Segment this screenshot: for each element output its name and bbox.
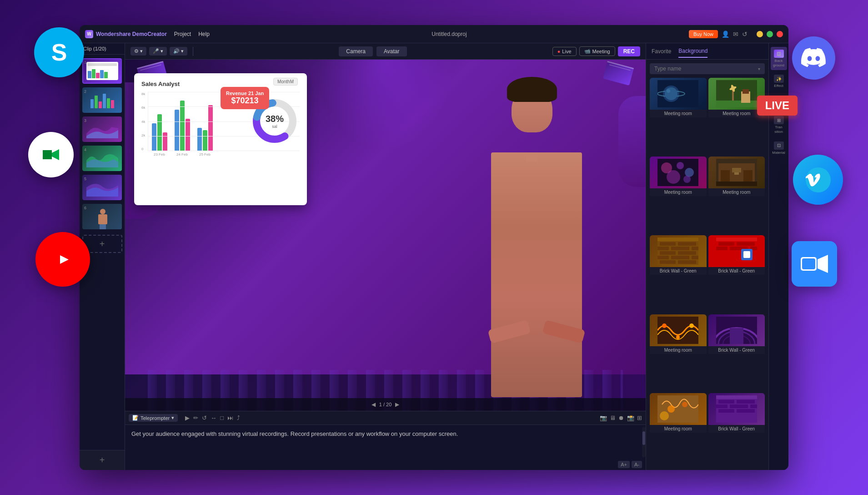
skype-icon: S <box>34 27 84 77</box>
bg-label-7: Meeting room <box>650 346 707 354</box>
meeting-button[interactable]: 📹 Meeting <box>579 46 615 56</box>
bg-item-5[interactable]: Brick Wall - Green <box>650 235 707 312</box>
text-decrease-button[interactable]: A- <box>632 461 642 468</box>
bg-item-4[interactable]: Meeting room <box>708 157 765 233</box>
forward-icon[interactable]: ⏭ <box>227 414 233 421</box>
speaker-button[interactable]: 🔊 ▾ <box>170 47 187 56</box>
user-icon[interactable]: 👤 <box>722 30 729 38</box>
clip-thumb-5 <box>82 175 122 200</box>
mic-button[interactable]: 🎤 ▾ <box>149 47 167 56</box>
svg-rect-51 <box>660 260 676 264</box>
svg-rect-81 <box>730 404 748 408</box>
svg-point-30 <box>667 170 680 184</box>
tab-favorite[interactable]: Favorite <box>652 45 671 57</box>
square-icon[interactable]: □ <box>220 414 224 421</box>
monitor-icon[interactable]: 🖥 <box>610 414 616 421</box>
svg-rect-80 <box>716 404 728 408</box>
teleprompter-content: Get your audience engaged with stunning … <box>125 425 642 459</box>
settings-button[interactable]: ⚙ ▾ <box>130 47 146 56</box>
bg-label-10: Brick Wall - Green <box>708 425 765 433</box>
teleprompter-label[interactable]: 📝 Teleprompter ▾ <box>129 414 178 422</box>
text-increase-button[interactable]: A+ <box>618 461 630 468</box>
search-input[interactable] <box>654 66 755 72</box>
cam-item-material[interactable]: ⊡ Material <box>771 139 787 158</box>
bg-item-7[interactable]: Meeting room <box>650 314 707 391</box>
clip-number-4: 4 <box>84 147 86 152</box>
svg-rect-83 <box>718 409 734 413</box>
rec-button[interactable]: REC <box>618 46 640 56</box>
menu-help[interactable]: Help <box>198 31 210 37</box>
main-content: Clip (1/20) 1 <box>80 43 788 470</box>
bg-thumb-7 <box>650 314 707 346</box>
cam-effect-label: Effect <box>774 84 783 88</box>
svg-rect-40 <box>657 237 698 241</box>
refresh-icon[interactable]: ↺ <box>742 30 748 38</box>
bg-item-9[interactable]: Meeting room <box>650 393 707 470</box>
cam-item-transition[interactable]: ⊞ Transition <box>771 113 787 136</box>
share-icon[interactable]: ⤴ <box>237 414 240 421</box>
pencil-icon[interactable]: ✏ <box>193 414 198 421</box>
clip-item-2[interactable]: 2 <box>82 87 122 113</box>
maximize-button[interactable] <box>767 31 773 37</box>
screenshot-icon[interactable]: 📸 <box>627 414 634 421</box>
tab-background[interactable]: Background <box>678 45 707 58</box>
svg-point-28 <box>677 162 684 169</box>
clip-thumb-2 <box>82 87 122 113</box>
close-button[interactable] <box>777 31 783 37</box>
camera-icon[interactable]: 📷 <box>600 414 607 421</box>
svg-rect-43 <box>657 247 669 250</box>
clip-thumb-1 <box>82 58 122 84</box>
add-session-icon: + <box>100 455 105 465</box>
clip-item-6[interactable]: 6 <box>82 204 122 229</box>
menu-project[interactable]: Project <box>174 31 191 37</box>
teleprompter-icons: ▶ ✏ ↺ ↔ □ ⏭ ⤴ <box>185 414 240 421</box>
clip-item-3[interactable]: 3 <box>82 116 122 142</box>
svg-rect-52 <box>678 260 696 264</box>
bg-item-8[interactable]: Brick Wall - Green <box>708 314 765 391</box>
clip-item-1[interactable]: 1 <box>82 58 122 84</box>
bg-item-10[interactable]: Brick Wall - Green <box>708 393 765 470</box>
grid-icon[interactable]: ⊞ <box>637 414 642 421</box>
swap-icon[interactable]: ↔ <box>211 414 216 421</box>
bg-item-3[interactable]: Meeting room <box>650 157 707 233</box>
person-overlay <box>427 71 646 397</box>
slide-counter: 1 / 20 <box>379 402 392 407</box>
mail-icon[interactable]: ✉ <box>733 30 738 38</box>
buy-now-button[interactable]: Buy Now <box>689 30 718 38</box>
svg-point-63 <box>662 323 667 328</box>
svg-rect-25 <box>743 89 749 94</box>
bg-item-6[interactable]: Brick Wall - Green <box>708 235 765 312</box>
bg-label-2: Meeting room <box>708 110 765 117</box>
bg-label-6: Brick Wall - Green <box>708 267 765 275</box>
svg-rect-34 <box>721 170 730 182</box>
svg-rect-1 <box>43 150 52 159</box>
add-session-button[interactable]: + <box>80 450 125 470</box>
preview-nav-bar: ◀ 1 / 20 ▶ <box>125 398 646 411</box>
reset-icon[interactable]: ↺ <box>202 414 207 421</box>
prev-slide-button[interactable]: ◀ <box>371 401 376 408</box>
svg-rect-46 <box>660 251 676 255</box>
record-icon[interactable]: ⏺ <box>618 414 624 421</box>
camera-tab[interactable]: Camera <box>339 46 373 56</box>
toolbar-left: ⚙ ▾ 🎤 ▾ 🔊 ▾ <box>130 47 187 56</box>
play-icon[interactable]: ▶ <box>185 414 190 421</box>
cam-background-icon: 🖼 <box>774 50 784 58</box>
cam-item-background[interactable]: 🖼 Background <box>771 47 787 70</box>
minimize-button[interactable] <box>757 31 763 37</box>
teleprompter-chevron: ▾ <box>171 415 174 421</box>
bg-thumb-8 <box>708 314 765 346</box>
bg-item-1[interactable]: Meeting room <box>650 78 707 155</box>
clip-item-5[interactable]: 5 <box>82 175 122 200</box>
svg-point-73 <box>667 405 675 413</box>
next-slide-button[interactable]: ▶ <box>395 401 399 408</box>
clip-item-4[interactable]: 4 <box>82 146 122 171</box>
clip-number-1: 1 <box>84 60 86 65</box>
live-button[interactable]: ● Live <box>552 47 577 56</box>
cam-item-effect[interactable]: ✨ Effect <box>771 72 787 91</box>
cam-background-label: Background <box>773 59 784 67</box>
revenue-label: Revenue 21 Jan <box>226 91 264 96</box>
svg-rect-56 <box>737 242 755 246</box>
bg-item-2[interactable]: Meeting room <box>708 78 765 155</box>
svg-point-17 <box>667 89 670 93</box>
avatar-tab[interactable]: Avatar <box>376 46 406 56</box>
